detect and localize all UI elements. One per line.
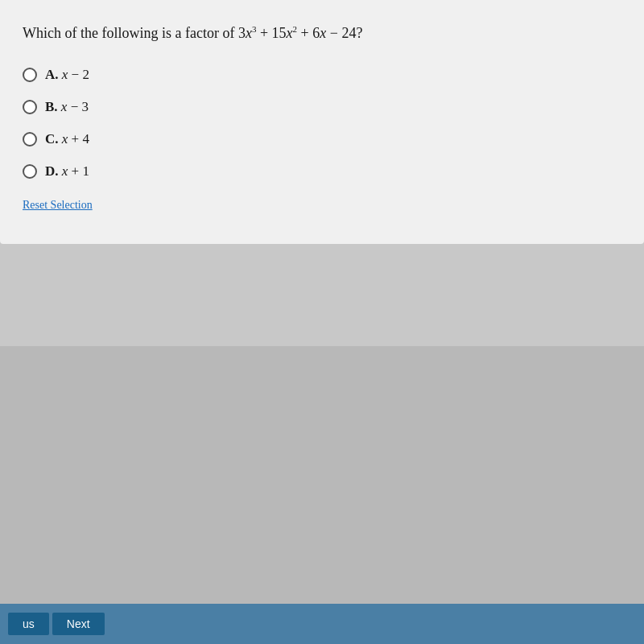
option-d-label: D. x + 1 xyxy=(45,163,89,180)
option-c-label: C. x + 4 xyxy=(45,131,89,147)
radio-b[interactable] xyxy=(23,100,37,114)
next-button[interactable]: Next xyxy=(52,613,105,635)
radio-d[interactable] xyxy=(23,164,37,179)
quiz-container: Which of the following is a factor of 3x… xyxy=(0,0,644,244)
gray-background xyxy=(0,346,644,604)
option-d[interactable]: D. x + 1 xyxy=(23,163,621,180)
radio-c[interactable] xyxy=(23,132,37,147)
option-b[interactable]: B. x − 3 xyxy=(23,99,621,115)
option-c[interactable]: C. x + 4 xyxy=(23,131,621,147)
options-list: A. x − 2 B. x − 3 C. x + 4 D. x + 1 xyxy=(23,67,621,180)
question-text: Which of the following is a factor of 3x… xyxy=(23,23,621,44)
option-a-label: A. x − 2 xyxy=(45,67,89,83)
option-a[interactable]: A. x − 2 xyxy=(23,67,621,83)
reset-selection-link[interactable]: Reset Selection xyxy=(23,199,93,212)
previous-button[interactable]: us xyxy=(8,613,49,635)
option-b-label: B. x − 3 xyxy=(45,99,89,115)
bottom-navigation-bar: us Next xyxy=(0,604,644,644)
radio-a[interactable] xyxy=(23,68,37,82)
